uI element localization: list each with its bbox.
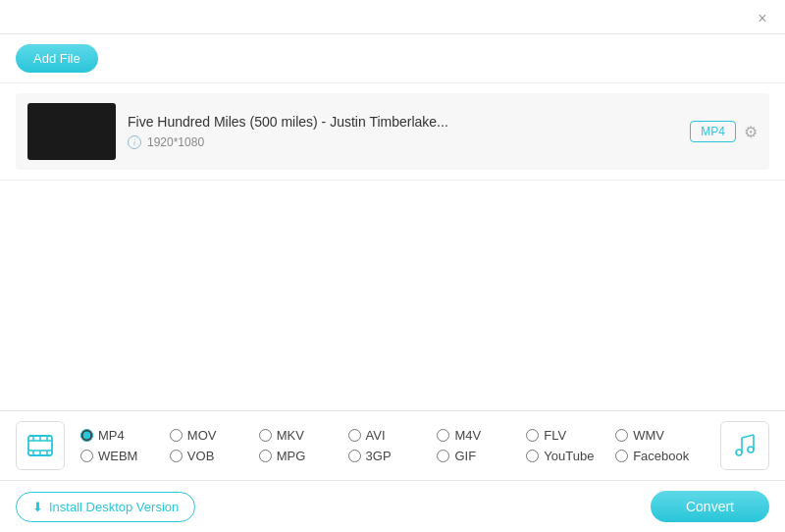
format-label-mp4: MP4 — [98, 428, 125, 443]
settings-icon[interactable]: ⚙ — [744, 123, 758, 141]
format-label-m4v: M4V — [454, 428, 481, 443]
format-label-mpg: MPG — [277, 449, 306, 463]
file-name: Five Hundred Miles (500 miles) - Justin … — [128, 114, 520, 130]
formats-grid: MP4 MOV MKV AVI M4V — [80, 428, 705, 463]
format-option-youtube[interactable]: YouTube — [526, 449, 615, 463]
format-option-mp4[interactable]: MP4 — [80, 428, 170, 443]
format-option-m4v[interactable]: M4V — [437, 428, 526, 443]
file-actions: MP4 ⚙ — [690, 121, 758, 142]
title-bar: × — [0, 0, 785, 34]
format-badge[interactable]: MP4 — [690, 121, 736, 142]
format-label-gif: GIF — [454, 449, 476, 463]
file-info: Five Hundred Miles (500 miles) - Justin … — [128, 114, 678, 149]
file-list: Five Hundred Miles (500 miles) - Justin … — [0, 83, 785, 181]
format-radio-gif[interactable] — [437, 450, 449, 462]
video-format-icon-box[interactable] — [16, 421, 65, 470]
convert-button[interactable]: Convert — [651, 491, 769, 522]
format-option-wmv[interactable]: WMV — [615, 428, 705, 443]
format-label-3gp: 3GP — [366, 449, 392, 463]
format-label-facebook: Facebook — [633, 449, 689, 463]
format-option-webm[interactable]: WEBM — [80, 449, 170, 463]
install-button[interactable]: ⬇ Install Desktop Version — [16, 492, 195, 522]
install-label: Install Desktop Version — [49, 500, 179, 514]
format-option-mkv[interactable]: MKV — [259, 428, 348, 443]
main-container: × Add File Five Hundred Miles (500 miles… — [0, 0, 785, 532]
format-label-youtube: YouTube — [544, 449, 594, 463]
file-resolution: 1920*1080 — [147, 135, 204, 149]
format-radio-facebook[interactable] — [615, 450, 628, 462]
format-radio-youtube[interactable] — [526, 450, 539, 462]
format-label-mov: MOV — [187, 428, 217, 443]
format-option-flv[interactable]: FLV — [526, 428, 615, 443]
format-option-3gp[interactable]: 3GP — [348, 449, 438, 463]
format-label-wmv: WMV — [633, 428, 664, 443]
info-icon[interactable]: i — [128, 135, 141, 149]
download-icon: ⬇ — [32, 500, 43, 514]
file-thumbnail — [27, 103, 116, 160]
add-file-button[interactable]: Add File — [16, 44, 98, 73]
format-radio-avi[interactable] — [348, 429, 361, 442]
format-option-avi[interactable]: AVI — [348, 428, 438, 443]
format-label-avi: AVI — [366, 428, 386, 443]
format-option-facebook[interactable]: Facebook — [615, 449, 705, 463]
film-icon — [26, 432, 54, 459]
format-radio-3gp[interactable] — [348, 450, 361, 462]
format-label-vob: VOB — [187, 449, 214, 463]
bottom-area: MP4 MOV MKV AVI M4V — [0, 410, 785, 532]
file-meta: i 1920*1080 — [128, 135, 678, 149]
toolbar: Add File — [0, 34, 785, 83]
format-label-mkv: MKV — [277, 428, 304, 443]
music-icon — [732, 433, 758, 458]
spacer — [0, 181, 785, 410]
format-radio-mpg[interactable] — [259, 450, 272, 462]
format-label-flv: FLV — [544, 428, 566, 443]
svg-line-11 — [742, 435, 754, 438]
file-item: Five Hundred Miles (500 miles) - Justin … — [16, 93, 769, 170]
format-radio-webm[interactable] — [80, 450, 93, 462]
format-label-webm: WEBM — [98, 449, 137, 463]
format-radio-mov[interactable] — [170, 429, 183, 442]
close-button[interactable]: × — [754, 10, 771, 27]
format-option-gif[interactable]: GIF — [437, 449, 526, 463]
format-option-vob[interactable]: VOB — [170, 449, 259, 463]
format-radio-flv[interactable] — [526, 429, 539, 442]
action-row: ⬇ Install Desktop Version Convert — [0, 481, 785, 532]
format-radio-m4v[interactable] — [437, 429, 449, 442]
format-radio-mp4[interactable] — [80, 429, 93, 442]
format-option-mpg[interactable]: MPG — [259, 449, 348, 463]
format-option-mov[interactable]: MOV — [170, 428, 259, 443]
format-radio-vob[interactable] — [170, 450, 183, 462]
format-radio-mkv[interactable] — [259, 429, 272, 442]
format-radio-wmv[interactable] — [615, 429, 628, 442]
audio-format-icon-box[interactable] — [720, 421, 769, 470]
format-bar: MP4 MOV MKV AVI M4V — [0, 411, 785, 481]
